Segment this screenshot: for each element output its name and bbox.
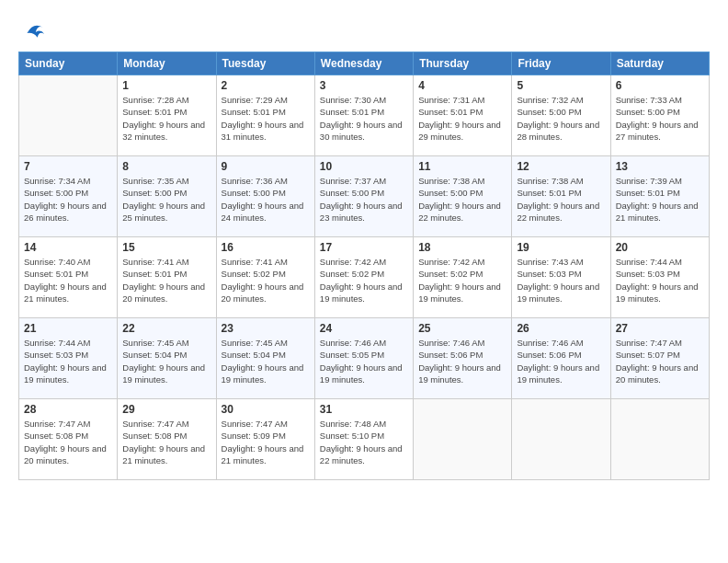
weekday-header-wednesday: Wednesday <box>314 52 413 75</box>
calendar-day-24: 24Sunrise: 7:46 AMSunset: 5:05 PMDayligh… <box>314 318 413 399</box>
day-number: 5 <box>517 79 605 92</box>
day-info: Sunrise: 7:28 AMSunset: 5:01 PMDaylight:… <box>122 94 210 143</box>
day-number: 26 <box>517 322 605 335</box>
day-number: 18 <box>418 241 506 254</box>
day-info: Sunrise: 7:30 AMSunset: 5:01 PMDaylight:… <box>320 94 408 143</box>
calendar-day-13: 13Sunrise: 7:39 AMSunset: 5:01 PMDayligh… <box>610 156 709 237</box>
day-number: 25 <box>418 322 506 335</box>
day-number: 27 <box>616 322 704 335</box>
day-number: 12 <box>517 160 605 173</box>
day-number: 15 <box>122 241 210 254</box>
calendar-day-5: 5Sunrise: 7:32 AMSunset: 5:00 PMDaylight… <box>512 75 610 156</box>
day-number: 7 <box>24 160 112 173</box>
weekday-header-friday: Friday <box>512 52 610 75</box>
day-number: 17 <box>320 241 408 254</box>
weekday-header-thursday: Thursday <box>414 52 512 75</box>
calendar-day-2: 2Sunrise: 7:29 AMSunset: 5:01 PMDaylight… <box>216 75 314 156</box>
calendar-day-29: 29Sunrise: 7:47 AMSunset: 5:08 PMDayligh… <box>118 399 216 480</box>
calendar-day-14: 14Sunrise: 7:40 AMSunset: 5:01 PMDayligh… <box>19 237 118 318</box>
day-number: 24 <box>320 322 408 335</box>
calendar-day-23: 23Sunrise: 7:45 AMSunset: 5:04 PMDayligh… <box>216 318 314 399</box>
calendar-day-8: 8Sunrise: 7:35 AMSunset: 5:00 PMDaylight… <box>118 156 216 237</box>
day-info: Sunrise: 7:42 AMSunset: 5:02 PMDaylight:… <box>418 256 506 304</box>
day-info: Sunrise: 7:44 AMSunset: 5:03 PMDaylight:… <box>24 337 112 385</box>
calendar-day-7: 7Sunrise: 7:34 AMSunset: 5:00 PMDaylight… <box>19 156 118 237</box>
weekday-header-monday: Monday <box>118 52 216 75</box>
day-info: Sunrise: 7:40 AMSunset: 5:01 PMDaylight:… <box>24 256 112 304</box>
calendar-empty-cell <box>512 399 610 480</box>
day-number: 21 <box>24 322 112 335</box>
day-info: Sunrise: 7:42 AMSunset: 5:02 PMDaylight:… <box>320 256 408 304</box>
calendar-week-row: 7Sunrise: 7:34 AMSunset: 5:00 PMDaylight… <box>19 156 710 237</box>
weekday-header-row: SundayMondayTuesdayWednesdayThursdayFrid… <box>19 52 710 75</box>
calendar-day-22: 22Sunrise: 7:45 AMSunset: 5:04 PMDayligh… <box>118 318 216 399</box>
calendar-week-row: 1Sunrise: 7:28 AMSunset: 5:01 PMDaylight… <box>19 75 710 156</box>
calendar-day-30: 30Sunrise: 7:47 AMSunset: 5:09 PMDayligh… <box>216 399 314 480</box>
weekday-header-tuesday: Tuesday <box>216 52 314 75</box>
calendar-day-9: 9Sunrise: 7:36 AMSunset: 5:00 PMDaylight… <box>216 156 314 237</box>
calendar-day-27: 27Sunrise: 7:47 AMSunset: 5:07 PMDayligh… <box>610 318 709 399</box>
weekday-header-sunday: Sunday <box>19 52 118 75</box>
day-info: Sunrise: 7:47 AMSunset: 5:09 PMDaylight:… <box>222 418 310 466</box>
calendar-day-19: 19Sunrise: 7:43 AMSunset: 5:03 PMDayligh… <box>512 237 610 318</box>
day-number: 10 <box>320 160 408 173</box>
day-info: Sunrise: 7:29 AMSunset: 5:01 PMDaylight:… <box>222 94 310 143</box>
header <box>18 17 710 42</box>
calendar-day-16: 16Sunrise: 7:41 AMSunset: 5:02 PMDayligh… <box>216 237 314 318</box>
day-info: Sunrise: 7:35 AMSunset: 5:00 PMDaylight:… <box>122 175 210 224</box>
day-info: Sunrise: 7:36 AMSunset: 5:00 PMDaylight:… <box>222 175 310 224</box>
day-number: 28 <box>24 403 112 416</box>
calendar-day-20: 20Sunrise: 7:44 AMSunset: 5:03 PMDayligh… <box>610 237 709 318</box>
day-number: 8 <box>122 160 210 173</box>
logo-icon <box>20 20 46 46</box>
calendar-empty-cell <box>19 75 118 156</box>
day-number: 23 <box>222 322 310 335</box>
day-number: 1 <box>122 79 210 92</box>
day-number: 31 <box>320 403 408 416</box>
calendar-day-21: 21Sunrise: 7:44 AMSunset: 5:03 PMDayligh… <box>19 318 118 399</box>
calendar-day-11: 11Sunrise: 7:38 AMSunset: 5:00 PMDayligh… <box>414 156 512 237</box>
day-number: 3 <box>320 79 408 92</box>
day-info: Sunrise: 7:47 AMSunset: 5:08 PMDaylight:… <box>122 418 210 466</box>
calendar-day-10: 10Sunrise: 7:37 AMSunset: 5:00 PMDayligh… <box>314 156 413 237</box>
calendar-day-15: 15Sunrise: 7:41 AMSunset: 5:01 PMDayligh… <box>118 237 216 318</box>
day-number: 30 <box>222 403 310 416</box>
day-number: 13 <box>616 160 704 173</box>
calendar-table: SundayMondayTuesdayWednesdayThursdayFrid… <box>18 52 710 480</box>
day-info: Sunrise: 7:34 AMSunset: 5:00 PMDaylight:… <box>24 175 112 224</box>
weekday-header-saturday: Saturday <box>610 52 709 75</box>
day-number: 9 <box>222 160 310 173</box>
calendar-day-31: 31Sunrise: 7:48 AMSunset: 5:10 PMDayligh… <box>314 399 413 480</box>
day-info: Sunrise: 7:47 AMSunset: 5:07 PMDaylight:… <box>616 337 704 385</box>
day-number: 16 <box>222 241 310 254</box>
day-info: Sunrise: 7:46 AMSunset: 5:06 PMDaylight:… <box>418 337 506 385</box>
day-info: Sunrise: 7:41 AMSunset: 5:02 PMDaylight:… <box>222 256 310 304</box>
calendar-day-12: 12Sunrise: 7:38 AMSunset: 5:01 PMDayligh… <box>512 156 610 237</box>
calendar-day-6: 6Sunrise: 7:33 AMSunset: 5:00 PMDaylight… <box>610 75 709 156</box>
day-info: Sunrise: 7:46 AMSunset: 5:06 PMDaylight:… <box>517 337 605 385</box>
day-number: 4 <box>418 79 506 92</box>
day-info: Sunrise: 7:43 AMSunset: 5:03 PMDaylight:… <box>517 256 605 304</box>
calendar-week-row: 14Sunrise: 7:40 AMSunset: 5:01 PMDayligh… <box>19 237 710 318</box>
day-info: Sunrise: 7:38 AMSunset: 5:01 PMDaylight:… <box>517 175 605 224</box>
calendar-day-17: 17Sunrise: 7:42 AMSunset: 5:02 PMDayligh… <box>314 237 413 318</box>
day-info: Sunrise: 7:38 AMSunset: 5:00 PMDaylight:… <box>418 175 506 224</box>
day-number: 2 <box>222 79 310 92</box>
calendar-day-3: 3Sunrise: 7:30 AMSunset: 5:01 PMDaylight… <box>314 75 413 156</box>
day-info: Sunrise: 7:44 AMSunset: 5:03 PMDaylight:… <box>616 256 704 304</box>
calendar-empty-cell <box>610 399 709 480</box>
day-info: Sunrise: 7:31 AMSunset: 5:01 PMDaylight:… <box>418 94 506 143</box>
day-info: Sunrise: 7:45 AMSunset: 5:04 PMDaylight:… <box>122 337 210 385</box>
day-number: 11 <box>418 160 506 173</box>
day-number: 6 <box>616 79 704 92</box>
day-info: Sunrise: 7:41 AMSunset: 5:01 PMDaylight:… <box>122 256 210 304</box>
day-number: 22 <box>122 322 210 335</box>
day-info: Sunrise: 7:47 AMSunset: 5:08 PMDaylight:… <box>24 418 112 466</box>
day-number: 14 <box>24 241 112 254</box>
day-number: 20 <box>616 241 704 254</box>
logo <box>18 20 46 42</box>
day-info: Sunrise: 7:46 AMSunset: 5:05 PMDaylight:… <box>320 337 408 385</box>
calendar-day-4: 4Sunrise: 7:31 AMSunset: 5:01 PMDaylight… <box>414 75 512 156</box>
day-info: Sunrise: 7:39 AMSunset: 5:01 PMDaylight:… <box>616 175 704 224</box>
calendar-day-1: 1Sunrise: 7:28 AMSunset: 5:01 PMDaylight… <box>118 75 216 156</box>
